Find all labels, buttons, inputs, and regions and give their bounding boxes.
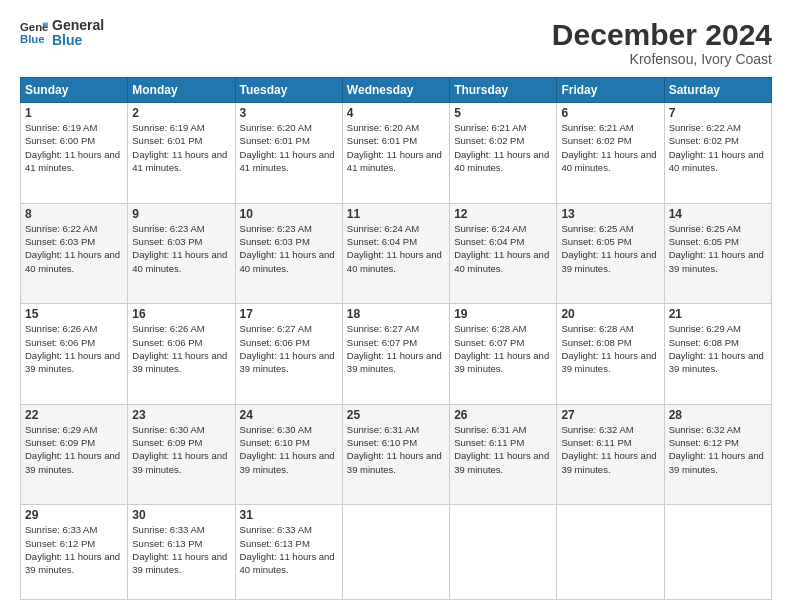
- calendar-cell: 22Sunrise: 6:29 AMSunset: 6:09 PMDayligh…: [21, 404, 128, 505]
- day-info: Sunrise: 6:28 AMSunset: 6:08 PMDaylight:…: [561, 322, 659, 375]
- day-number: 28: [669, 408, 767, 422]
- calendar-cell: [557, 505, 664, 600]
- calendar-cell: 8Sunrise: 6:22 AMSunset: 6:03 PMDaylight…: [21, 203, 128, 304]
- day-info: Sunrise: 6:33 AMSunset: 6:13 PMDaylight:…: [132, 523, 230, 576]
- calendar-cell: 26Sunrise: 6:31 AMSunset: 6:11 PMDayligh…: [450, 404, 557, 505]
- day-number: 1: [25, 106, 123, 120]
- day-info: Sunrise: 6:32 AMSunset: 6:11 PMDaylight:…: [561, 423, 659, 476]
- day-number: 2: [132, 106, 230, 120]
- day-number: 9: [132, 207, 230, 221]
- day-info: Sunrise: 6:31 AMSunset: 6:11 PMDaylight:…: [454, 423, 552, 476]
- calendar-cell: [450, 505, 557, 600]
- day-number: 25: [347, 408, 445, 422]
- calendar-cell: 15Sunrise: 6:26 AMSunset: 6:06 PMDayligh…: [21, 304, 128, 405]
- day-info: Sunrise: 6:27 AMSunset: 6:07 PMDaylight:…: [347, 322, 445, 375]
- col-header-wednesday: Wednesday: [342, 78, 449, 103]
- logo-blue: Blue: [52, 33, 104, 48]
- day-number: 29: [25, 508, 123, 522]
- logo: General Blue General Blue: [20, 18, 104, 49]
- calendar-cell: 11Sunrise: 6:24 AMSunset: 6:04 PMDayligh…: [342, 203, 449, 304]
- calendar-cell: 13Sunrise: 6:25 AMSunset: 6:05 PMDayligh…: [557, 203, 664, 304]
- day-number: 13: [561, 207, 659, 221]
- calendar-cell: 5Sunrise: 6:21 AMSunset: 6:02 PMDaylight…: [450, 103, 557, 204]
- day-number: 21: [669, 307, 767, 321]
- calendar-cell: 29Sunrise: 6:33 AMSunset: 6:12 PMDayligh…: [21, 505, 128, 600]
- svg-text:Blue: Blue: [20, 33, 45, 45]
- day-number: 20: [561, 307, 659, 321]
- day-number: 14: [669, 207, 767, 221]
- day-info: Sunrise: 6:23 AMSunset: 6:03 PMDaylight:…: [132, 222, 230, 275]
- day-info: Sunrise: 6:32 AMSunset: 6:12 PMDaylight:…: [669, 423, 767, 476]
- page: General Blue General Blue December 2024 …: [0, 0, 792, 612]
- day-number: 26: [454, 408, 552, 422]
- col-header-friday: Friday: [557, 78, 664, 103]
- day-number: 11: [347, 207, 445, 221]
- day-info: Sunrise: 6:26 AMSunset: 6:06 PMDaylight:…: [25, 322, 123, 375]
- day-info: Sunrise: 6:21 AMSunset: 6:02 PMDaylight:…: [454, 121, 552, 174]
- day-info: Sunrise: 6:29 AMSunset: 6:08 PMDaylight:…: [669, 322, 767, 375]
- calendar-cell: 20Sunrise: 6:28 AMSunset: 6:08 PMDayligh…: [557, 304, 664, 405]
- week-row-5: 29Sunrise: 6:33 AMSunset: 6:12 PMDayligh…: [21, 505, 772, 600]
- day-info: Sunrise: 6:27 AMSunset: 6:06 PMDaylight:…: [240, 322, 338, 375]
- calendar-cell: 12Sunrise: 6:24 AMSunset: 6:04 PMDayligh…: [450, 203, 557, 304]
- day-info: Sunrise: 6:22 AMSunset: 6:02 PMDaylight:…: [669, 121, 767, 174]
- calendar-cell: 7Sunrise: 6:22 AMSunset: 6:02 PMDaylight…: [664, 103, 771, 204]
- calendar-cell: 14Sunrise: 6:25 AMSunset: 6:05 PMDayligh…: [664, 203, 771, 304]
- day-info: Sunrise: 6:22 AMSunset: 6:03 PMDaylight:…: [25, 222, 123, 275]
- day-info: Sunrise: 6:23 AMSunset: 6:03 PMDaylight:…: [240, 222, 338, 275]
- day-info: Sunrise: 6:24 AMSunset: 6:04 PMDaylight:…: [454, 222, 552, 275]
- calendar-cell: 28Sunrise: 6:32 AMSunset: 6:12 PMDayligh…: [664, 404, 771, 505]
- week-row-2: 8Sunrise: 6:22 AMSunset: 6:03 PMDaylight…: [21, 203, 772, 304]
- day-info: Sunrise: 6:28 AMSunset: 6:07 PMDaylight:…: [454, 322, 552, 375]
- calendar-cell: 3Sunrise: 6:20 AMSunset: 6:01 PMDaylight…: [235, 103, 342, 204]
- col-header-monday: Monday: [128, 78, 235, 103]
- col-header-saturday: Saturday: [664, 78, 771, 103]
- day-info: Sunrise: 6:20 AMSunset: 6:01 PMDaylight:…: [240, 121, 338, 174]
- calendar-header-row: SundayMondayTuesdayWednesdayThursdayFrid…: [21, 78, 772, 103]
- day-number: 19: [454, 307, 552, 321]
- day-info: Sunrise: 6:30 AMSunset: 6:09 PMDaylight:…: [132, 423, 230, 476]
- calendar-cell: 10Sunrise: 6:23 AMSunset: 6:03 PMDayligh…: [235, 203, 342, 304]
- day-number: 16: [132, 307, 230, 321]
- day-info: Sunrise: 6:31 AMSunset: 6:10 PMDaylight:…: [347, 423, 445, 476]
- col-header-thursday: Thursday: [450, 78, 557, 103]
- location-subtitle: Krofensou, Ivory Coast: [552, 51, 772, 67]
- day-info: Sunrise: 6:30 AMSunset: 6:10 PMDaylight:…: [240, 423, 338, 476]
- calendar-cell: 24Sunrise: 6:30 AMSunset: 6:10 PMDayligh…: [235, 404, 342, 505]
- calendar-table: SundayMondayTuesdayWednesdayThursdayFrid…: [20, 77, 772, 600]
- calendar-cell: 30Sunrise: 6:33 AMSunset: 6:13 PMDayligh…: [128, 505, 235, 600]
- calendar-cell: 21Sunrise: 6:29 AMSunset: 6:08 PMDayligh…: [664, 304, 771, 405]
- calendar-cell: 6Sunrise: 6:21 AMSunset: 6:02 PMDaylight…: [557, 103, 664, 204]
- day-number: 30: [132, 508, 230, 522]
- calendar-cell: [664, 505, 771, 600]
- day-number: 18: [347, 307, 445, 321]
- day-number: 17: [240, 307, 338, 321]
- day-number: 3: [240, 106, 338, 120]
- day-number: 5: [454, 106, 552, 120]
- calendar-cell: 27Sunrise: 6:32 AMSunset: 6:11 PMDayligh…: [557, 404, 664, 505]
- day-info: Sunrise: 6:25 AMSunset: 6:05 PMDaylight:…: [669, 222, 767, 275]
- calendar-cell: 31Sunrise: 6:33 AMSunset: 6:13 PMDayligh…: [235, 505, 342, 600]
- day-info: Sunrise: 6:19 AMSunset: 6:01 PMDaylight:…: [132, 121, 230, 174]
- week-row-4: 22Sunrise: 6:29 AMSunset: 6:09 PMDayligh…: [21, 404, 772, 505]
- day-number: 4: [347, 106, 445, 120]
- day-number: 31: [240, 508, 338, 522]
- calendar-cell: 18Sunrise: 6:27 AMSunset: 6:07 PMDayligh…: [342, 304, 449, 405]
- calendar-cell: 9Sunrise: 6:23 AMSunset: 6:03 PMDaylight…: [128, 203, 235, 304]
- title-block: December 2024 Krofensou, Ivory Coast: [552, 18, 772, 67]
- calendar-cell: 23Sunrise: 6:30 AMSunset: 6:09 PMDayligh…: [128, 404, 235, 505]
- main-title: December 2024: [552, 18, 772, 51]
- day-info: Sunrise: 6:20 AMSunset: 6:01 PMDaylight:…: [347, 121, 445, 174]
- day-number: 7: [669, 106, 767, 120]
- calendar-cell: 4Sunrise: 6:20 AMSunset: 6:01 PMDaylight…: [342, 103, 449, 204]
- day-info: Sunrise: 6:21 AMSunset: 6:02 PMDaylight:…: [561, 121, 659, 174]
- day-number: 15: [25, 307, 123, 321]
- logo-general: General: [52, 18, 104, 33]
- col-header-tuesday: Tuesday: [235, 78, 342, 103]
- logo-icon: General Blue: [20, 19, 48, 47]
- day-info: Sunrise: 6:33 AMSunset: 6:13 PMDaylight:…: [240, 523, 338, 576]
- calendar-cell: 19Sunrise: 6:28 AMSunset: 6:07 PMDayligh…: [450, 304, 557, 405]
- calendar-cell: 2Sunrise: 6:19 AMSunset: 6:01 PMDaylight…: [128, 103, 235, 204]
- col-header-sunday: Sunday: [21, 78, 128, 103]
- day-number: 8: [25, 207, 123, 221]
